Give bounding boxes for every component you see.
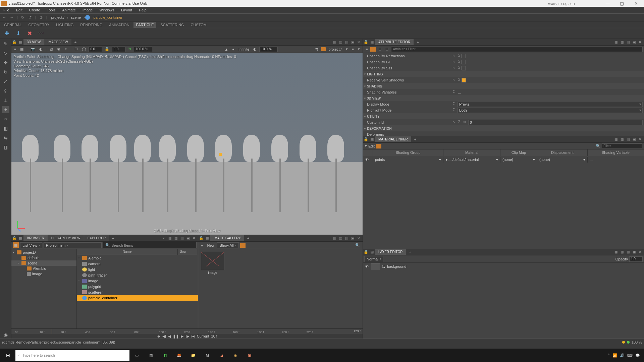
- list-item[interactable]: camera: [77, 261, 198, 266]
- layout-icon[interactable]: ▥: [338, 236, 343, 240]
- breadcrumb-current[interactable]: particle_container: [91, 15, 124, 20]
- curve-icon[interactable]: ∿: [451, 78, 456, 82]
- lock-icon[interactable]: 🔒: [11, 236, 17, 240]
- layout-icon[interactable]: ▦: [167, 236, 172, 240]
- vt-clip-icon[interactable]: ◐: [252, 46, 258, 52]
- cat-scattering[interactable]: SCATTERING: [158, 22, 186, 28]
- vt-shaded-icon[interactable]: ◉: [56, 46, 62, 52]
- tab-hierarchy[interactable]: HIERARCHY VIEW: [48, 235, 84, 241]
- browser-search[interactable]: 🔍 Search Items: [103, 242, 197, 248]
- start-button[interactable]: ⊞: [1, 350, 15, 361]
- menu-windows[interactable]: Windows: [97, 7, 116, 13]
- chevron-down-icon[interactable]: ▾: [439, 158, 441, 162]
- blend-mode-dropdown[interactable]: Normal: [364, 256, 383, 262]
- checkbox[interactable]: [462, 60, 466, 64]
- search-icon[interactable]: 🔍: [354, 242, 361, 248]
- vt-render-icon[interactable]: ▲: [223, 47, 229, 52]
- timeline-ruler[interactable]: 0 f 10 f 20 f 40 f 60 f 80 f 100 f 120 f…: [11, 329, 363, 334]
- tab-layer-editor[interactable]: LAYER EDITOR: [375, 249, 406, 255]
- custom-id-input[interactable]: [468, 120, 643, 125]
- attr-collapse-icon[interactable]: ⊟: [384, 46, 390, 52]
- tab-icon[interactable]: ▦: [369, 250, 375, 254]
- section-utility[interactable]: UTILITY: [363, 113, 644, 119]
- vt-light-icon[interactable]: ◐: [38, 46, 44, 52]
- close-panel-icon[interactable]: ✕: [191, 236, 197, 240]
- tab-icon[interactable]: ▦: [204, 236, 210, 240]
- layout-icon[interactable]: ▥: [338, 40, 343, 44]
- app-icon[interactable]: ▣: [243, 350, 256, 361]
- highlight-mode-dropdown[interactable]: Both: [458, 108, 643, 113]
- ground-icon[interactable]: ⊥: [2, 97, 9, 104]
- tab-material-linker[interactable]: MATERIAL LINKER: [375, 136, 411, 142]
- gallery-filter-dropdown[interactable]: Show All: [217, 242, 238, 248]
- list-item[interactable]: scatterer: [77, 289, 198, 295]
- layout-icon[interactable]: ▣: [631, 40, 637, 44]
- step-back-icon[interactable]: ◀|: [162, 334, 166, 339]
- col-name[interactable]: Name: [77, 249, 178, 255]
- add-tab-button[interactable]: +: [109, 236, 117, 240]
- close-panel-icon[interactable]: ✕: [356, 40, 361, 44]
- maximize-button[interactable]: ▢: [615, 1, 629, 6]
- cat-animation[interactable]: ANIMATION: [106, 22, 132, 28]
- layout-icon[interactable]: ▥: [619, 250, 625, 254]
- layout-icon[interactable]: ▦: [332, 40, 337, 44]
- vt-menu-icon[interactable]: ≡: [13, 47, 17, 52]
- layout-icon[interactable]: ▤: [179, 236, 184, 240]
- app-icon[interactable]: ▥: [144, 350, 158, 361]
- crop-icon[interactable]: ◧: [2, 125, 9, 132]
- add-tab-button[interactable]: +: [414, 40, 421, 44]
- add-tab-button[interactable]: +: [72, 40, 79, 44]
- tab-icon[interactable]: ▦: [17, 40, 23, 44]
- cat-geometry[interactable]: GEOMETRY: [26, 22, 52, 28]
- vt-camera-icon[interactable]: 📷: [29, 46, 37, 52]
- explorer-icon[interactable]: 📁: [186, 350, 200, 361]
- folder-icon[interactable]: [321, 47, 326, 51]
- lock-icon[interactable]: 🔒: [363, 40, 369, 44]
- cat-general[interactable]: GENERAL: [1, 22, 24, 28]
- vt-infinite-label[interactable]: Infinite: [237, 47, 251, 52]
- checkbox[interactable]: [462, 78, 466, 82]
- tab-imageview[interactable]: IMAGE VIEW: [44, 39, 71, 45]
- layout-icon[interactable]: ▦: [613, 250, 619, 254]
- move-icon[interactable]: ✥: [2, 59, 9, 66]
- nav-stop-icon[interactable]: ⊘: [38, 14, 44, 20]
- attr-expand-icon[interactable]: ⊞: [377, 46, 383, 52]
- lock-icon[interactable]: 🔒: [363, 137, 369, 141]
- curve-icon[interactable]: ∿: [451, 60, 456, 64]
- chevron-down-icon[interactable]: ▾: [357, 46, 361, 52]
- layer-row[interactable]: 👁 ⇆ background: [363, 263, 644, 270]
- tab-icon[interactable]: ▦: [17, 236, 23, 240]
- network-icon[interactable]: 📶: [612, 353, 617, 358]
- language-icon[interactable]: ⌨: [627, 353, 633, 358]
- list-item[interactable]: particle_container: [77, 295, 198, 301]
- vt-value-b[interactable]: [112, 47, 125, 52]
- link-icon[interactable]: ⇆: [2, 134, 9, 141]
- menu-layout[interactable]: Layout: [119, 7, 134, 13]
- vt-menu2-icon[interactable]: ≡: [351, 47, 355, 52]
- magnet-icon[interactable]: ⧲: [2, 87, 9, 95]
- ruler-icon[interactable]: ▥: [2, 143, 9, 151]
- close-panel-icon[interactable]: ✕: [637, 40, 643, 44]
- notification-icon[interactable]: 💬: [635, 353, 640, 358]
- tree-row[interactable]: Alembic: [11, 266, 76, 271]
- timeline-marker[interactable]: [52, 329, 52, 334]
- particle-remove-icon[interactable]: ✖: [25, 29, 34, 38]
- col-shading-variable[interactable]: Shading Variable: [588, 149, 644, 156]
- menu-create[interactable]: Create: [27, 7, 42, 13]
- layout-icon[interactable]: ▥: [619, 40, 625, 44]
- play-back-icon[interactable]: ◀: [168, 334, 171, 339]
- app-icon[interactable]: ◧: [158, 350, 172, 361]
- gallery-thumbnail[interactable]: image: [201, 252, 224, 275]
- particle-emit-icon[interactable]: ⬇: [14, 29, 22, 38]
- layout-icon[interactable]: ▤: [344, 40, 349, 44]
- layout-icon[interactable]: ▣: [185, 236, 191, 240]
- vt-sphere2-icon[interactable]: ●: [231, 47, 236, 52]
- vt-gizmo-icon[interactable]: ✦: [63, 46, 69, 52]
- list-item[interactable]: light: [77, 266, 198, 272]
- tab-attribute-editor[interactable]: ATTRIBUTE EDITOR: [375, 39, 414, 45]
- attr-badge-icon[interactable]: [370, 47, 376, 52]
- vt-pct-b[interactable]: [259, 47, 278, 52]
- tab-icon[interactable]: ▦: [369, 40, 375, 44]
- chevron-down-icon[interactable]: ▾: [583, 158, 585, 162]
- play-icon[interactable]: ▶: [181, 334, 183, 339]
